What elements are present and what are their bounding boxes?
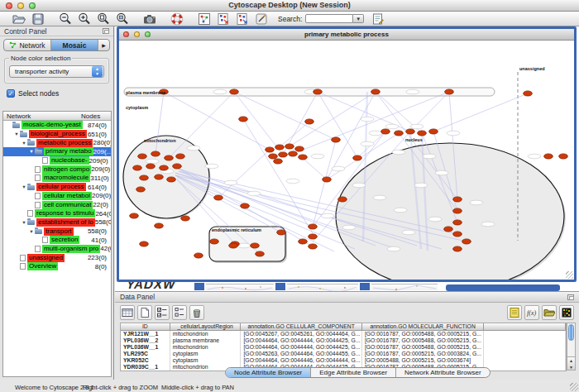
scrollbar-arrows[interactable]: ▲▼ [567,356,575,370]
delete-attribute-icon[interactable] [189,305,204,320]
network-node[interactable] [146,164,156,169]
network-node[interactable] [453,208,462,213]
network-node[interactable] [279,152,288,157]
import-edge-attributes-icon[interactable] [235,12,250,26]
network-node[interactable] [167,177,176,182]
tree-expand-arrow[interactable]: ▼ [21,184,27,189]
network-node[interactable] [269,154,278,159]
network-node[interactable] [256,251,265,256]
network-node[interactable] [338,197,347,202]
table-row[interactable]: YJR121W__1mitochondrion[GO:0045267, GO:0… [121,331,566,337]
network-node[interactable] [453,246,462,251]
snapshot-icon[interactable] [142,12,157,26]
new-attribute-icon[interactable] [137,305,152,320]
help-icon[interactable] [170,12,184,26]
zoom-selected-icon[interactable] [115,12,130,26]
tree-item[interactable]: secretion41(0) [3,236,111,245]
network-node[interactable] [275,145,285,150]
tree-expand-arrow[interactable]: ▼ [21,141,27,146]
network-node[interactable] [140,241,149,246]
network-node[interactable] [173,164,182,169]
network-node[interactable] [266,147,275,152]
network-node[interactable] [453,197,462,202]
float-panel-icon[interactable] [103,28,109,34]
tree-item[interactable]: ▼metabolic process280(0) [3,138,111,147]
zoom-fit-icon[interactable] [96,12,111,26]
network-window-titlebar[interactable]: primary metabolic process [119,29,574,41]
network-node[interactable] [230,89,239,94]
network-node[interactable] [155,223,164,228]
float-data-panel-icon[interactable] [567,294,574,300]
network-node[interactable] [138,154,147,159]
network-node[interactable] [251,243,260,248]
tree-expand-arrow[interactable]: ▼ [28,229,35,234]
network-node[interactable] [181,216,190,221]
network-node[interactable] [229,243,238,248]
network-node[interactable] [418,131,427,136]
network-node[interactable] [299,239,308,244]
tree-item[interactable]: ▼transport558(0) [3,227,111,236]
network-node[interactable] [453,232,462,237]
network-node[interactable] [241,203,250,208]
network-node[interactable] [309,224,318,229]
network-overview-icon[interactable] [197,12,212,26]
select-attributes-icon[interactable] [155,305,170,320]
network-node[interactable] [210,239,219,244]
tree-item[interactable]: ▼establishment of lo558(0) [3,218,111,227]
network-node[interactable] [289,151,298,156]
zoom-out-icon[interactable] [58,12,73,26]
column-header[interactable]: annotation.GO MOLECULAR_FUNCTION [362,323,484,331]
column-header[interactable]: annotation.GO CELLULAR_COMPONENT [241,323,361,331]
column-header[interactable]: _cellularLayoutRegion [170,323,242,331]
network-node[interactable] [462,239,471,244]
network-node[interactable] [214,195,223,200]
network-node[interactable] [444,227,453,232]
network-node[interactable] [406,129,415,134]
table-row[interactable]: YLR295Ccytoplasm[GO:0045263, GO:0044464,… [121,351,566,357]
tree-expand-arrow[interactable]: ▼ [21,220,27,225]
tree-item[interactable]: ▼primary metabo209(... [3,147,111,156]
network-node[interactable] [305,119,314,124]
table-row[interactable]: YPL036W__2plasma membrane[GO:0044464, GO… [121,337,566,344]
network-node[interactable] [395,131,404,136]
table-row[interactable]: YKR052Ccytoplasm[GO:0044464, GO:0044446,… [121,357,566,364]
network-window-resize-grip[interactable] [566,271,573,279]
tree-item[interactable]: ▼biological_process651(0) [3,130,111,139]
attribute-list-icon[interactable] [172,305,187,320]
tree-item[interactable]: cellular metabol209(0) [3,192,111,201]
network-view-window[interactable]: primary metabolic process plasma membran… [117,26,577,282]
network-node[interactable] [381,129,390,134]
network-node[interactable] [524,91,533,96]
network-node[interactable] [453,220,462,225]
tree-expand-arrow[interactable]: ▼ [13,131,20,136]
tree-item[interactable]: Overview8(0) [3,262,111,271]
network-node[interactable] [151,151,160,156]
import-node-attributes-icon[interactable] [216,12,231,26]
attribute-table-header[interactable]: ID_cellularLayoutRegionannotation.GO CEL… [121,323,566,331]
tab-network-attribute-browser[interactable]: Network Attribute Browser [396,368,489,377]
search-dropdown-arrow[interactable]: ▼ [353,14,364,23]
import-attributes-icon[interactable] [542,305,557,320]
search-input[interactable] [305,14,353,23]
open-session-icon[interactable] [12,12,26,26]
network-node[interactable] [155,174,164,179]
network-node[interactable] [285,144,294,149]
node-color-dropdown[interactable]: transporter activity ▲▼ [9,65,104,78]
network-node[interactable] [140,175,149,180]
network-canvas[interactable]: plasma membranecytoplasmmitochondrionnuc… [119,41,574,280]
network-node[interactable] [277,230,286,235]
formula-builder-icon[interactable]: f(x) [524,305,539,320]
attribute-table-icon[interactable] [120,305,135,320]
tree-item[interactable]: response to stimulu264(0) [3,209,111,218]
annotation-icon[interactable] [254,12,269,26]
network-node[interactable] [133,165,142,170]
tree-item[interactable]: macromolecule311(0) [3,174,111,183]
tree-item[interactable]: unassigned223(0) [3,253,111,262]
column-header[interactable]: ID [121,323,170,331]
column-header[interactable] [484,323,566,331]
save-session-icon[interactable] [31,12,45,26]
tabs-overflow-arrow[interactable]: ▶ [98,42,109,48]
network-node[interactable] [299,155,308,160]
network-node[interactable] [309,244,318,249]
network-node[interactable] [130,213,139,218]
